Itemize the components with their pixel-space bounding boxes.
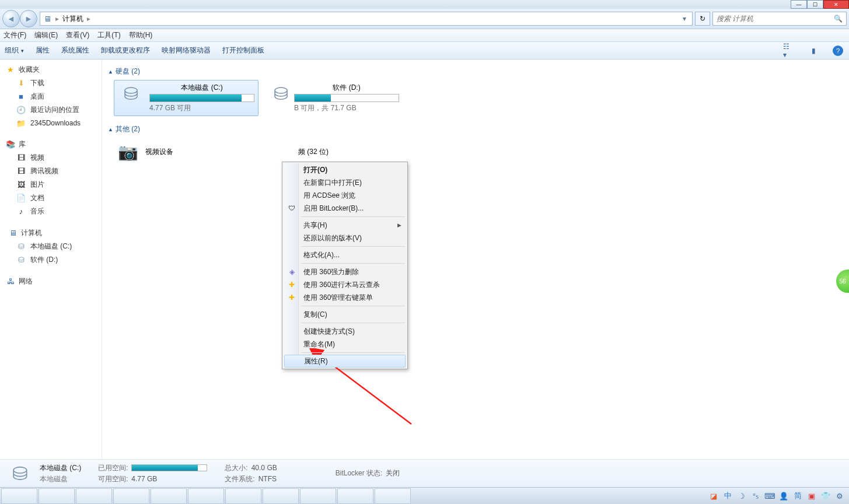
content-pane: ▲硬盘 (2) ⛁ 本地磁盘 (C:) 4.77 GB 可用 ⛁ 软件 (D:)… — [102, 60, 849, 459]
sidebar-item-recent[interactable]: 🕘最近访问的位置 — [0, 103, 102, 117]
sidebar-item-music[interactable]: ♪音乐 — [0, 205, 102, 218]
taskbar-slot[interactable] — [1, 488, 37, 504]
taskbar-slot[interactable] — [76, 488, 112, 504]
search-box[interactable]: 🔍 — [712, 12, 847, 26]
sidebar-item-tencent-video[interactable]: 🎞腾讯视频 — [0, 164, 102, 178]
ctx-360-delete[interactable]: ◈使用 360强力删除 — [284, 265, 406, 278]
menu-bar: 文件(F) 编辑(E) 查看(V) 工具(T) 帮助(H) — [0, 29, 849, 42]
menu-file[interactable]: 文件(F) — [4, 30, 26, 40]
ctx-restore-previous[interactable]: 还原以前的版本(V) — [284, 232, 406, 244]
sidebar-item-documents[interactable]: 📄文档 — [0, 191, 102, 205]
section-header-hdd[interactable]: ▲硬盘 (2) — [108, 66, 843, 76]
breadcrumb-root[interactable]: 计算机 — [62, 14, 83, 24]
tray-simplified-icon[interactable]: 简 — [793, 491, 802, 501]
video-icon: 🎞 — [16, 153, 26, 163]
toolbar-organize[interactable]: 组织▾ — [5, 46, 24, 55]
sidebar-item-pictures[interactable]: 🖼图片 — [0, 178, 102, 191]
webcam-icon: 📷 — [116, 140, 139, 163]
help-button[interactable]: ? — [831, 44, 844, 57]
taskbar-slot[interactable] — [225, 488, 261, 504]
nav-forward-button[interactable]: ► — [20, 10, 37, 27]
drive-usage-bar — [294, 94, 399, 102]
address-bar: ◄ ► 🖥 ▸ 计算机 ▸ ▾ ↻ 🔍 — [0, 9, 849, 29]
drive-card-d[interactable]: ⛁ 软件 (D:) B 可用，共 71.7 GB — [269, 80, 403, 116]
sidebar-item-drive-d[interactable]: ⛁软件 (D:) — [0, 253, 102, 267]
360-icon: ◈ — [287, 267, 296, 276]
ctx-share[interactable]: 共享(H)▶ — [284, 219, 406, 232]
download-icon: ⬇ — [16, 79, 26, 88]
ctx-create-shortcut[interactable]: 创建快捷方式(S) — [284, 325, 406, 338]
ctx-copy[interactable]: 复制(C) — [284, 308, 406, 321]
tray-icon[interactable]: 👤 — [779, 491, 788, 501]
other-item-32bit[interactable]: 频 (32 位) — [298, 140, 329, 163]
sidebar-item-downloads[interactable]: ⬇下载 — [0, 76, 102, 90]
tray-keyboard-icon[interactable]: ⌨ — [765, 491, 774, 501]
toolbar-uninstall[interactable]: 卸载或更改程序 — [101, 46, 150, 55]
menu-help[interactable]: 帮助(H) — [129, 30, 153, 40]
picture-icon: 🖼 — [16, 180, 26, 190]
tray-icon[interactable]: ◪ — [709, 491, 718, 501]
toolbar-system-properties[interactable]: 系统属性 — [61, 46, 89, 55]
ctx-format[interactable]: 格式化(A)... — [284, 249, 406, 261]
ctx-360-scan[interactable]: ✚使用 360进行木马云查杀 — [284, 278, 406, 291]
tray-icon[interactable]: ☽ — [737, 491, 746, 501]
sidebar-item-desktop[interactable]: ■桌面 — [0, 90, 102, 103]
ctx-bitlocker[interactable]: 🛡启用 BitLocker(B)... — [284, 202, 406, 215]
floating-side-badge[interactable]: 56 — [836, 270, 849, 293]
search-input[interactable] — [717, 15, 834, 23]
window-titlebar: — ☐ ✕ — [0, 0, 849, 9]
drive-icon: ⛁ — [16, 242, 26, 251]
ctx-open-new-window[interactable]: 在新窗口中打开(E) — [284, 176, 406, 189]
tray-settings-icon[interactable]: ⚙ — [835, 491, 844, 501]
window-maximize-button[interactable]: ☐ — [807, 0, 823, 9]
context-menu: 打开(O) 在新窗口中打开(E) 用 ACDSee 浏览 🛡启用 BitLock… — [282, 162, 408, 369]
view-options-button[interactable]: ☷ ▾ — [782, 44, 795, 57]
breadcrumb-address[interactable]: 🖥 ▸ 计算机 ▸ ▾ — [40, 12, 693, 26]
sidebar-item-videos[interactable]: 🎞视频 — [0, 151, 102, 164]
tray-icon[interactable]: ▣ — [807, 491, 816, 501]
other-item-video-device[interactable]: 📷 视频设备 — [116, 140, 173, 163]
taskbar-slot[interactable] — [188, 488, 224, 504]
sidebar-network-header[interactable]: 🖧网络 — [0, 275, 102, 288]
refresh-button[interactable]: ↻ — [695, 12, 710, 26]
ctx-rename[interactable]: 重命名(M) — [284, 338, 406, 351]
sidebar-computer-header[interactable]: 🖥计算机 — [2, 226, 99, 240]
details-usage-bar — [131, 464, 207, 471]
drive-card-c[interactable]: ⛁ 本地磁盘 (C:) 4.77 GB 可用 — [114, 80, 258, 116]
video-icon: 🎞 — [16, 167, 26, 176]
window-minimize-button[interactable]: — — [791, 0, 807, 9]
toolbar-control-panel[interactable]: 打开控制面板 — [222, 46, 264, 55]
menu-tools[interactable]: 工具(T) — [97, 30, 120, 40]
sidebar-libraries-header[interactable]: 📚库 — [0, 138, 102, 151]
sidebar-item-2345downloads[interactable]: 📁2345Downloads — [0, 117, 102, 130]
taskbar-slot[interactable] — [337, 488, 373, 504]
address-dropdown-button[interactable]: ▾ — [679, 12, 690, 25]
nav-back-button[interactable]: ◄ — [2, 10, 20, 27]
taskbar-slot[interactable] — [300, 488, 336, 504]
taskbar-slot[interactable] — [263, 488, 299, 504]
menu-view[interactable]: 查看(V) — [66, 30, 89, 40]
taskbar-slot[interactable] — [113, 488, 149, 504]
tray-icon[interactable]: 👕 — [821, 491, 830, 501]
sidebar-favorites-header[interactable]: ★收藏夹 — [0, 63, 102, 76]
menu-edit[interactable]: 编辑(E) — [34, 30, 58, 40]
tray-ime-icon[interactable]: 中 — [723, 491, 732, 501]
toolbar-map-drive[interactable]: 映射网络驱动器 — [162, 46, 211, 55]
folder-icon: 📁 — [16, 118, 26, 128]
sidebar-item-drive-c[interactable]: ⛁本地磁盘 (C:) — [0, 240, 102, 253]
details-filesystem-value: NTFS — [258, 475, 277, 483]
window-close-button[interactable]: ✕ — [823, 0, 849, 9]
network-icon: 🖧 — [6, 277, 15, 286]
ctx-properties[interactable]: 属性(R) — [284, 355, 406, 368]
toolbar-properties[interactable]: 属性 — [36, 46, 50, 55]
search-icon[interactable]: 🔍 — [834, 15, 843, 23]
section-header-other[interactable]: ▲其他 (2) — [108, 124, 843, 134]
taskbar-slot[interactable] — [39, 488, 75, 504]
tray-icon[interactable]: °₅ — [751, 491, 760, 501]
ctx-acdsee[interactable]: 用 ACDSee 浏览 — [284, 189, 406, 202]
taskbar-slot[interactable] — [375, 488, 411, 504]
preview-pane-button[interactable]: ▮ — [807, 44, 820, 57]
ctx-open[interactable]: 打开(O) — [284, 163, 406, 176]
ctx-360-menu[interactable]: ✚使用 360管理右键菜单 — [284, 291, 406, 304]
taskbar-slot[interactable] — [151, 488, 187, 504]
